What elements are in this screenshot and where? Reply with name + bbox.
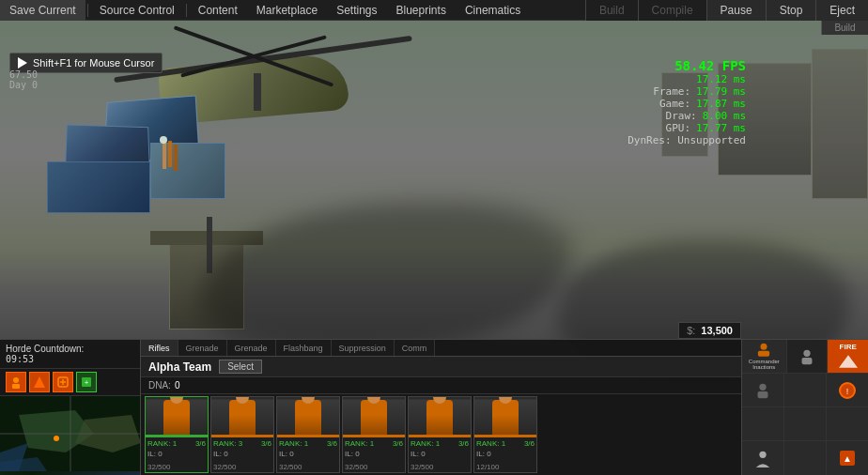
viewport-coordinates: 67.50 Day 0 — [9, 69, 38, 90]
menu-compile-button[interactable]: Compile — [638, 0, 706, 21]
soldier-card-5[interactable]: 1-4 Harlow Baker RANK: 1 3/6 IL: 0 — [473, 396, 537, 473]
soldier-figure-1 — [229, 400, 256, 437]
soldier-rank-label-2: RANK: 1 — [279, 438, 308, 449]
action-icon-3[interactable] — [53, 372, 73, 392]
menu-blueprints[interactable]: Blueprints — [387, 0, 456, 21]
fps-dynres-label: DynRes: — [628, 134, 671, 146]
right-btn-blank4[interactable] — [827, 407, 868, 440]
soldier-level-4: 3/6 — [458, 438, 469, 449]
soldier-stats-4: RANK: 1 3/6 IL: 0 — [409, 437, 471, 460]
person-icon — [753, 449, 772, 467]
soldier-il-3: IL: 0 — [345, 449, 360, 459]
soldier-figure-3 — [361, 400, 387, 437]
soldier-card-3[interactable]: 1-4 Hayden Carter RANK: 1 3/6 IL: 0 — [342, 396, 406, 473]
right-btn-person[interactable] — [742, 441, 784, 475]
soldier-head-3 — [367, 396, 380, 404]
right-btn-row-3: ▲ — [742, 441, 868, 475]
soldier-border-1 — [211, 435, 273, 437]
fps-gpu-row: GPU: 17.77 ms — [628, 122, 746, 134]
menu-cinematics[interactable]: Cinematics — [456, 0, 530, 21]
fps-time: 17.12 ms — [696, 73, 746, 85]
horde-label: Horde Countdown: — [6, 344, 134, 354]
currency-amount: 13,500 — [701, 325, 733, 336]
soldier-figure-5 — [492, 400, 519, 437]
soldier-il-5: IL: 0 — [476, 449, 491, 459]
soldier-level-3: 3/6 — [393, 438, 403, 449]
right-btn-soldier[interactable] — [787, 340, 829, 373]
bg-building-2 — [812, 49, 868, 199]
action-icon-1[interactable] — [6, 372, 26, 392]
right-btn-commander-label: CommanderInactions — [749, 359, 780, 371]
soldier-card-2[interactable]: 1-4 Brent Wilson RANK: 1 3/6 IL: 0 — [276, 396, 340, 473]
soldier-card-0[interactable]: 1-4 Adrian Winters RANK: 1 3/6 I — [145, 396, 209, 473]
fps-game-row: Game: 17.87 ms — [628, 98, 746, 110]
dna-bar: DNA: 0 — [141, 377, 741, 394]
soldier-head-4 — [433, 396, 446, 404]
menu-save-current[interactable]: Save Current — [0, 0, 85, 21]
tab-rifles[interactable]: Rifles — [141, 340, 178, 356]
minimap[interactable] — [0, 396, 140, 475]
menu-stop-button[interactable]: Stop — [766, 0, 816, 21]
game-viewport[interactable]: Shift+F1 for Mouse Cursor 67.50 Day 0 58… — [0, 21, 868, 475]
horde-time: 09:53 — [6, 354, 134, 364]
soldier-stats-3: RANK: 1 3/6 IL: 0 — [343, 437, 405, 460]
menu-marketplace[interactable]: Marketplace — [247, 0, 327, 21]
fire-label: FIRE — [840, 343, 857, 351]
soldier2-icon — [753, 381, 772, 400]
minimap-svg — [0, 396, 140, 471]
svg-point-18 — [803, 349, 810, 356]
soldier-rank-label-5: RANK: 1 — [476, 438, 505, 449]
right-btn-orange-sq[interactable]: ▲ — [827, 441, 868, 475]
action-icon-2[interactable] — [29, 372, 50, 392]
right-btn-blank1[interactable] — [784, 374, 827, 406]
soldier-level-1: 3/6 — [261, 438, 271, 449]
soldier-head-2 — [302, 396, 315, 404]
right-btn-blank3[interactable] — [784, 407, 827, 440]
tab-grenade-2[interactable]: Grenade — [227, 340, 276, 356]
right-btn-blank2[interactable] — [742, 407, 784, 440]
divider-2 — [186, 4, 187, 17]
soldier-ammo-4: 32/500 — [409, 462, 471, 472]
soldier-portrait-2 — [277, 400, 339, 437]
menu-pause-button[interactable]: Pause — [706, 0, 766, 21]
menu-build-button[interactable]: Build — [585, 0, 638, 21]
fps-frame-val: 17.79 ms — [696, 85, 746, 98]
right-btn-commander[interactable]: CommanderInactions — [742, 340, 787, 373]
right-btn-fire[interactable]: FIRE — [828, 340, 868, 373]
dna-label: DNA: — [148, 380, 171, 391]
right-btn-blank5[interactable] — [784, 441, 827, 475]
tabs-spacer — [435, 340, 741, 356]
fps-gpu-label: GPU: — [666, 122, 691, 134]
soldier-card-1[interactable]: 1-4 Hayden Campbell RANK: 3 3/6 IL: 0 — [210, 396, 274, 473]
soldier-level-0: 3/6 — [195, 438, 206, 449]
right-btn-soldier2[interactable] — [742, 374, 784, 406]
team-name: Alpha Team — [148, 360, 211, 374]
right-btn-orange-circle[interactable]: ! — [827, 374, 868, 406]
horde-countdown: Horde Countdown: 09:53 — [0, 340, 140, 369]
menu-content[interactable]: Content — [189, 0, 247, 21]
menu-settings[interactable]: Settings — [327, 0, 386, 21]
team-header: Alpha Team Select — [141, 357, 741, 377]
soldier-rank-label-4: RANK: 1 — [411, 438, 440, 449]
soldier-portrait-1 — [211, 400, 273, 437]
right-btn-row-2 — [742, 407, 868, 441]
bottom-hud: Horde Countdown: 09:53 + — [0, 339, 868, 475]
tab-suppression[interactable]: Suppression — [332, 340, 395, 356]
soldier-il-1: IL: 0 — [213, 449, 228, 459]
menu-source-control[interactable]: Source Control — [90, 0, 184, 21]
soldier-border-3 — [343, 435, 405, 437]
soldier-card-4[interactable]: 1-4 Taylor Baker RANK: 1 3/6 IL: 0 — [408, 396, 472, 473]
action-icon-green[interactable]: + — [76, 372, 97, 392]
tab-comm[interactable]: Comm — [395, 340, 436, 356]
svg-rect-1 — [12, 384, 20, 389]
crates-group — [47, 96, 254, 227]
soldier-ammo-1: 32/500 — [211, 462, 273, 472]
select-button[interactable]: Select — [219, 360, 262, 374]
tab-grenade-1[interactable]: Grenade — [178, 340, 227, 356]
svg-point-21 — [759, 383, 766, 390]
menu-eject-button[interactable]: Eject — [815, 0, 868, 21]
tab-flashbang[interactable]: Flashbang — [276, 340, 332, 356]
soldier-ammo-3: 32/500 — [343, 462, 405, 472]
build-button[interactable]: Build — [821, 21, 868, 35]
fps-game-val: 17.87 ms — [696, 98, 746, 110]
